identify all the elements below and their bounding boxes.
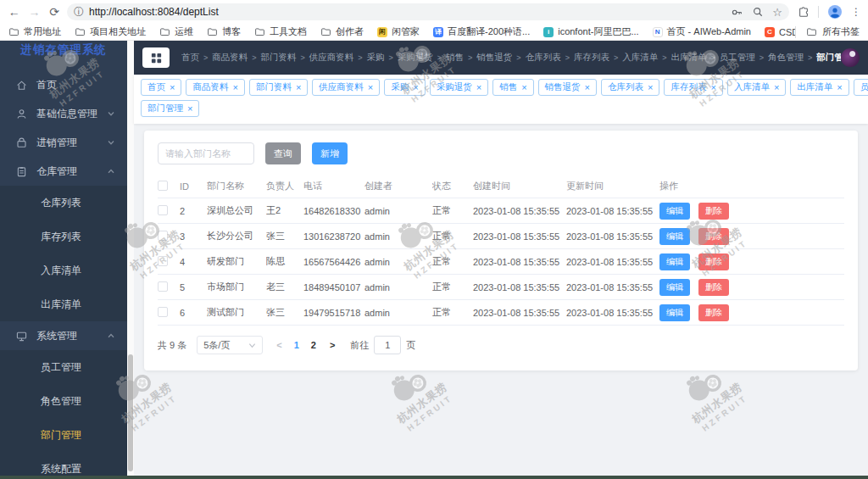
breadcrumb-item[interactable]: 仓库列表 bbox=[526, 52, 561, 64]
bookmark-item[interactable]: CCSDN bbox=[765, 27, 795, 37]
query-button[interactable]: 查询 bbox=[265, 142, 301, 164]
sidebar-submenu-item[interactable]: 库存列表 bbox=[0, 220, 127, 253]
page-number[interactable]: 1 bbox=[294, 340, 299, 350]
password-key-icon[interactable] bbox=[731, 6, 743, 19]
reload-icon[interactable]: ⟳ bbox=[47, 5, 62, 19]
close-icon[interactable]: × bbox=[368, 83, 373, 92]
breadcrumb-item[interactable]: 商品资料 bbox=[212, 52, 248, 64]
close-icon[interactable]: × bbox=[296, 83, 301, 92]
tab-item[interactable]: 仓库列表× bbox=[601, 79, 659, 96]
sidebar-toggle-button[interactable] bbox=[142, 47, 170, 68]
select-all-checkbox[interactable] bbox=[158, 181, 168, 191]
tab-item[interactable]: 员工管理× bbox=[854, 79, 868, 96]
bookmark-item[interactable]: 创作者 bbox=[320, 25, 364, 38]
sidebar-submenu-item[interactable]: 仓库列表 bbox=[0, 186, 127, 220]
edit-button[interactable]: 编辑 bbox=[659, 279, 690, 296]
bookmark-item[interactable]: 闲闲管家 bbox=[377, 25, 420, 38]
all-bookmarks-label[interactable]: 所有书签 bbox=[822, 25, 860, 38]
tab-item[interactable]: 部门资料× bbox=[249, 79, 308, 96]
bookmark-star-icon[interactable]: ☆ bbox=[772, 6, 782, 19]
tab-item[interactable]: 入库清单× bbox=[727, 79, 786, 96]
row-checkbox[interactable] bbox=[158, 231, 168, 241]
sidebar-menu-item[interactable]: 系统管理 bbox=[0, 321, 127, 350]
close-icon[interactable]: × bbox=[837, 83, 842, 92]
breadcrumb-item[interactable]: 采购退货 bbox=[398, 52, 433, 64]
back-icon[interactable]: ← bbox=[7, 5, 22, 19]
tab-item[interactable]: 销售× bbox=[492, 79, 533, 96]
extensions-icon[interactable] bbox=[798, 6, 810, 18]
sidebar-scrollbar[interactable] bbox=[127, 41, 134, 479]
menu-dots-icon[interactable]: ⋮ bbox=[851, 6, 861, 18]
close-icon[interactable]: × bbox=[476, 83, 481, 92]
delete-button[interactable]: 删除 bbox=[698, 304, 729, 321]
zoom-icon[interactable] bbox=[752, 6, 764, 18]
edit-button[interactable]: 编辑 bbox=[659, 203, 690, 220]
close-icon[interactable]: × bbox=[648, 83, 653, 92]
tab-item[interactable]: 供应商资料× bbox=[312, 79, 380, 96]
forward-icon[interactable]: → bbox=[27, 5, 42, 19]
breadcrumb-item[interactable]: 库存列表 bbox=[574, 52, 609, 64]
row-checkbox[interactable] bbox=[158, 307, 168, 317]
breadcrumb-item[interactable]: 首页 bbox=[181, 52, 199, 64]
edit-button[interactable]: 编辑 bbox=[659, 253, 690, 270]
breadcrumb-item[interactable]: 入库清单 bbox=[622, 52, 658, 64]
bookmark-item[interactable]: 工具文档 bbox=[254, 25, 307, 38]
tab-item[interactable]: 采购退货× bbox=[430, 79, 488, 96]
close-icon[interactable]: × bbox=[170, 83, 175, 92]
sidebar-submenu-item[interactable]: 员工管理 bbox=[0, 350, 127, 384]
tab-item[interactable]: 采购× bbox=[384, 79, 425, 96]
tab-item[interactable]: 商品资料× bbox=[186, 79, 244, 96]
tab-item[interactable]: 销售退货× bbox=[538, 79, 597, 96]
sidebar-menu-item[interactable]: 基础信息管理 bbox=[0, 99, 127, 128]
tab-item[interactable]: 出库清单× bbox=[790, 79, 849, 96]
page-number[interactable]: 2 bbox=[311, 340, 316, 350]
edit-button[interactable]: 编辑 bbox=[659, 304, 690, 321]
bookmark-item[interactable]: N首页 - AIWeb-Admin bbox=[653, 25, 751, 38]
url-bar[interactable]: ⓘ http://localhost:8084/deptList ☆ bbox=[67, 3, 789, 20]
sidebar-submenu-item[interactable]: 角色管理 bbox=[0, 384, 127, 418]
sidebar-menu-item[interactable]: 首页 bbox=[0, 70, 127, 99]
next-page-button[interactable]: > bbox=[330, 340, 335, 350]
scrollbar-thumb[interactable] bbox=[128, 354, 133, 471]
bookmark-item[interactable]: 常用地址 bbox=[8, 25, 61, 38]
profile-avatar-icon[interactable] bbox=[827, 4, 843, 19]
breadcrumb-item[interactable]: 供应商资料 bbox=[309, 52, 354, 64]
sidebar-menu-item[interactable]: 仓库管理 bbox=[0, 157, 127, 186]
row-checkbox[interactable] bbox=[158, 281, 168, 292]
close-icon[interactable]: × bbox=[413, 83, 418, 92]
breadcrumb-item[interactable]: 销售 bbox=[446, 52, 464, 64]
delete-button[interactable]: 删除 bbox=[698, 203, 729, 220]
page-size-select[interactable]: 5条/页 bbox=[197, 336, 263, 354]
breadcrumb-item[interactable]: 出库清单 bbox=[670, 52, 706, 64]
sidebar-submenu-item[interactable]: 入库清单 bbox=[0, 253, 127, 287]
add-button[interactable]: 新增 bbox=[312, 142, 348, 164]
site-info-icon[interactable]: ⓘ bbox=[74, 5, 84, 19]
row-checkbox[interactable] bbox=[158, 256, 168, 266]
bookmark-item[interactable]: 运维 bbox=[159, 25, 193, 38]
sidebar-submenu-item[interactable]: 出库清单 bbox=[0, 287, 127, 321]
close-icon[interactable]: × bbox=[774, 83, 779, 92]
delete-button[interactable]: 删除 bbox=[698, 228, 729, 245]
tab-item[interactable]: 首页× bbox=[141, 79, 181, 96]
breadcrumb-item[interactable]: 角色管理 bbox=[768, 52, 804, 64]
tab-item[interactable]: 部门管理× bbox=[141, 100, 199, 117]
search-input[interactable] bbox=[158, 142, 254, 164]
tab-item[interactable]: 库存列表× bbox=[664, 79, 722, 96]
bookmark-item[interactable]: 译百度翻译-200种语... bbox=[433, 25, 530, 38]
close-icon[interactable]: × bbox=[521, 83, 526, 92]
sidebar-menu-item[interactable]: 进销管理 bbox=[0, 128, 127, 157]
breadcrumb-item[interactable]: 员工管理 bbox=[720, 52, 755, 64]
bookmark-item[interactable]: iiconfont-阿里巴巴... bbox=[543, 25, 638, 38]
close-icon[interactable]: × bbox=[232, 83, 237, 92]
sidebar-submenu-item[interactable]: 部门管理 bbox=[0, 418, 127, 452]
goto-page-input[interactable] bbox=[374, 336, 401, 354]
close-icon[interactable]: × bbox=[585, 83, 590, 92]
close-icon[interactable]: × bbox=[710, 83, 715, 92]
delete-button[interactable]: 删除 bbox=[698, 279, 729, 296]
bookmark-item[interactable]: 项目相关地址 bbox=[75, 25, 146, 38]
user-avatar[interactable] bbox=[841, 48, 860, 67]
breadcrumb-item[interactable]: 销售退货 bbox=[476, 52, 512, 64]
row-checkbox[interactable] bbox=[158, 205, 168, 215]
breadcrumb-item[interactable]: 部门资料 bbox=[261, 52, 297, 64]
delete-button[interactable]: 删除 bbox=[698, 253, 729, 270]
